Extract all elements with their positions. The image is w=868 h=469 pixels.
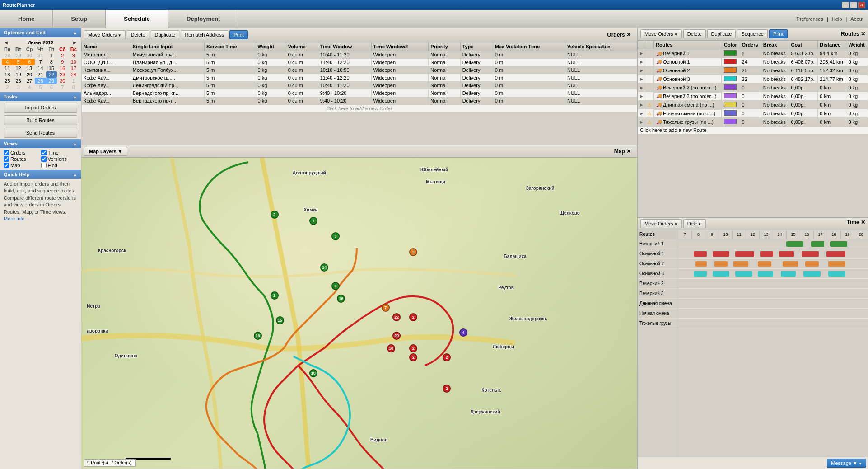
routes-hint-text[interactable]: Click here to add a new Route (638, 127, 868, 134)
col-name[interactable]: Name (82, 42, 131, 51)
cal-day[interactable]: 1 (46, 52, 57, 59)
cal-day[interactable]: 26 (13, 78, 23, 84)
cal-day[interactable]: 4 (2, 59, 13, 65)
cal-day[interactable]: 20 (24, 71, 35, 78)
move-orders-button[interactable]: Move Orders (84, 30, 126, 39)
cal-day[interactable]: 15 (46, 65, 57, 71)
table-row[interactable]: ▶⚠🚚Длинная смена (no ...)0No breaks0,00р… (638, 101, 868, 109)
table-row[interactable]: ▶🚚Основной 124No breaks6 408,07р.203,41 … (638, 58, 868, 66)
cal-day[interactable]: 12 (13, 65, 23, 71)
cal-day[interactable]: 19 (13, 71, 23, 78)
table-row[interactable]: Метропол...Мичуринский пр-т...5 m0 kg0 c… (82, 51, 637, 59)
help-link[interactable]: Help (832, 16, 842, 22)
cal-day[interactable]: 18 (2, 71, 13, 78)
cal-day[interactable]: 7 (57, 84, 68, 90)
tab-schedule[interactable]: Schedule (106, 10, 168, 28)
col-max-violation[interactable]: Max Violation Time (493, 42, 565, 51)
message-button[interactable]: Message ▼ (827, 459, 866, 468)
orders-hint-row[interactable]: Click here to add a new Order (82, 105, 637, 113)
view-map-check[interactable] (4, 163, 9, 168)
col-time-window[interactable]: Time Window (318, 42, 371, 51)
expand-arrow[interactable]: ▶ (638, 118, 645, 127)
expand-arrow[interactable]: ▶ (638, 84, 645, 92)
table-row[interactable]: Кофе Хау...Ленинградский пр...5 m0 kg0 c… (82, 82, 637, 89)
cal-day[interactable]: 6 (46, 84, 57, 90)
duplicate-route-button[interactable]: Duplicate (707, 29, 736, 38)
move-orders-time-button[interactable]: Move Orders (640, 219, 682, 228)
cal-day[interactable]: 8 (68, 84, 79, 90)
cal-day[interactable]: 2 (57, 52, 68, 59)
time-chart[interactable]: 7 8 9 10 11 12 13 14 15 16 17 18 19 20 (678, 230, 868, 457)
col-vehicle-spec[interactable]: Vehicle Specialties (565, 42, 637, 51)
optimize-collapse[interactable]: ▲ (73, 30, 77, 35)
view-find-check[interactable] (41, 163, 47, 168)
cal-day-today[interactable]: 22 (46, 71, 57, 78)
orders-hint-text[interactable]: Click here to add a new Order (82, 105, 637, 113)
duplicate-order-button[interactable]: Duplicate (151, 30, 180, 39)
expand-arrow[interactable]: ▶ (638, 109, 645, 118)
table-row[interactable]: ▶⚠🚚Ночная смена (no or...)0No breaks0,00… (638, 109, 868, 118)
close-button[interactable]: ✕ (858, 2, 865, 8)
cal-day[interactable]: 7 (35, 59, 46, 65)
about-link[interactable]: About (850, 16, 863, 22)
cal-day[interactable]: 14 (35, 65, 46, 71)
table-row[interactable]: ▶🚚Основной 322No breaks6 482,17р.214,77 … (638, 75, 868, 84)
cal-day[interactable]: 30 (24, 52, 35, 59)
table-row[interactable]: Кофе Хау...Вернадского пр-т...5 m0 kg0 c… (82, 97, 637, 105)
delete-time-button[interactable]: Delete (683, 219, 706, 228)
tasks-collapse[interactable]: ▲ (73, 94, 77, 99)
col-cost[interactable]: Cost (789, 41, 818, 49)
view-versions-check[interactable] (41, 156, 47, 162)
col-volume[interactable]: Volume (286, 42, 318, 51)
col-break[interactable]: Break (761, 41, 789, 49)
tab-deployment[interactable]: Deployment (168, 10, 238, 28)
cal-day[interactable]: 29 (13, 52, 23, 59)
cal-day[interactable]: 11 (2, 65, 13, 71)
expand-arrow[interactable]: ▶ (638, 66, 645, 75)
cal-day[interactable]: 23 (57, 71, 68, 78)
cal-day[interactable]: 28 (35, 78, 46, 84)
move-orders-routes-button[interactable]: Move Orders (640, 29, 682, 38)
cal-day[interactable]: 3 (68, 52, 79, 59)
import-orders-button[interactable]: Import Orders (4, 103, 77, 113)
col-service-time[interactable]: Service Time (205, 42, 256, 51)
cal-day[interactable]: 25 (2, 78, 13, 84)
cal-day[interactable]: 10 (68, 59, 79, 65)
routes-hint-row[interactable]: Click here to add a new Route (638, 127, 868, 134)
preferences-link[interactable]: Preferences (797, 16, 823, 22)
map-background[interactable]: Долгопрудный Юбилейный Химки Мытищи Заго… (81, 158, 637, 469)
view-time-check[interactable] (41, 150, 47, 155)
tab-setup[interactable]: Setup (53, 10, 106, 28)
cal-day[interactable]: 21 (35, 71, 46, 78)
col-weight-r[interactable]: Weight (846, 41, 868, 49)
sequence-button[interactable]: Sequence (737, 29, 768, 38)
print-routes-button[interactable]: Print (769, 29, 788, 38)
more-info-link[interactable]: More Info. (4, 216, 26, 221)
table-row[interactable]: ООО "ДИВ...Планирная ул., д...5 m0 kg0 c… (82, 59, 637, 66)
print-orders-button[interactable]: Print (229, 30, 248, 39)
table-row[interactable]: Альмадор...Вернадского пр-кт...5 m0 kg0 … (82, 89, 637, 97)
cal-day[interactable]: 28 (2, 52, 13, 59)
expand-arrow[interactable]: ▶ (638, 58, 645, 66)
cal-day[interactable]: 3 (13, 84, 23, 90)
expand-arrow[interactable]: ▶ (638, 101, 645, 109)
col-address[interactable]: Single Line Input (131, 42, 204, 51)
expand-arrow[interactable]: ▶ (638, 75, 645, 84)
expand-arrow[interactable]: ▶ (638, 92, 645, 101)
col-type[interactable]: Type (460, 42, 493, 51)
map-layers-button[interactable]: Map Layers ▼ (84, 147, 127, 156)
col-weight[interactable]: Weight (256, 42, 286, 51)
cal-day[interactable]: 5 (35, 84, 46, 90)
window-controls[interactable]: ─ □ ✕ (842, 2, 865, 8)
cal-day[interactable]: 8 (46, 59, 57, 65)
quickhelp-collapse[interactable]: ▲ (73, 172, 77, 177)
send-routes-button[interactable]: Send Routes (4, 128, 77, 138)
table-row[interactable]: Кофе Хау...Дмитровское ш,....5 m0 kg0 cu… (82, 74, 637, 82)
cal-day[interactable]: 6 (24, 59, 35, 65)
cal-day[interactable]: 29 (46, 78, 57, 84)
cal-day[interactable]: 2 (2, 84, 13, 90)
table-row[interactable]: ▶🚚Основной 225No breaks6 118,55р.152,32 … (638, 66, 868, 75)
cal-day[interactable]: 13 (24, 65, 35, 71)
delete-order-button[interactable]: Delete (127, 30, 149, 39)
cal-day[interactable]: 30 (57, 78, 68, 84)
